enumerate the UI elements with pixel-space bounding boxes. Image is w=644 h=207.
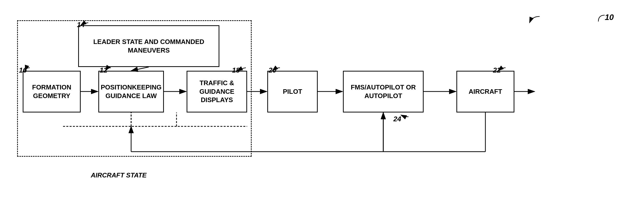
ref-22: 22 [493,66,501,74]
ref-16: 16 [19,66,27,74]
aircraft-block: AIRCRAFT [456,71,514,112]
formation-geometry-block: FORMATION GEOMETRY [23,71,81,112]
leader-state-block: LEADER STATE AND COMMANDED MANEUVERS [78,25,219,67]
positionkeeping-block: POSITIONKEEPING GUIDANCE LAW [98,71,164,112]
diagram: 10 LEADER STATE AND COMMANDED MANEUVERS … [0,0,644,207]
ref-10: 10 [605,13,614,22]
ref-12: 12 [100,66,107,74]
ref-14: 14 [77,21,85,29]
aircraft-state-label: AIRCRAFT STATE [91,171,147,179]
traffic-guidance-block: TRAFFIC & GUIDANCE DISPLAYS [187,71,247,112]
fms-autopilot-block: FMS/AUTOPILOT OR AUTOPILOT [343,71,424,112]
pilot-block: PILOT [267,71,318,112]
ref-18: 18 [232,66,240,74]
ref-24: 24 [393,115,401,123]
ref-20: 20 [269,66,276,74]
